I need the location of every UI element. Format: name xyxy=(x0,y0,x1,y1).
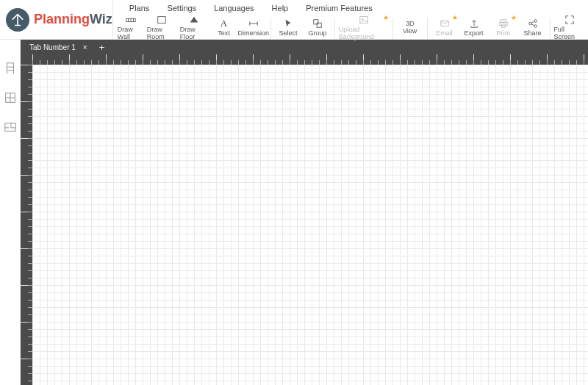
svg-point-13 xyxy=(534,24,537,27)
menu-premium[interactable]: Premium Features xyxy=(298,1,379,15)
toolbar-label: Draw Floor xyxy=(180,26,208,40)
toolbar-label: Group xyxy=(308,29,326,37)
svg-point-12 xyxy=(534,19,537,22)
upload-background-button[interactable]: ★ Upload Background xyxy=(337,15,390,39)
room-icon xyxy=(157,15,167,25)
menu-plans[interactable]: Plans xyxy=(122,1,157,15)
toolbar-separator xyxy=(270,18,271,39)
svg-rect-8 xyxy=(501,19,506,22)
toolbar-label: Print xyxy=(496,29,510,37)
premium-star-icon: ★ xyxy=(383,14,389,21)
svg-rect-4 xyxy=(317,23,321,27)
fullscreen-icon xyxy=(564,15,575,25)
header-right: Plans Settings Languages Help Premium Fe… xyxy=(113,0,588,39)
toolbar-label: Full Screen xyxy=(553,26,586,40)
svg-rect-1 xyxy=(158,16,166,23)
menu-settings[interactable]: Settings xyxy=(159,1,204,15)
ruler-row xyxy=(21,54,588,65)
export-button[interactable]: Export xyxy=(459,15,489,39)
toolbar-label: View xyxy=(403,27,417,35)
rooms-tool-button[interactable] xyxy=(2,119,18,135)
draw-floor-button[interactable]: Draw Floor xyxy=(179,15,209,39)
canvas-area: Tab Number 1 × + xyxy=(21,40,588,385)
logo-word-1: Planning xyxy=(34,12,90,26)
logo-icon xyxy=(6,8,29,32)
window-icon xyxy=(4,91,17,104)
email-icon xyxy=(440,18,450,29)
svg-rect-16 xyxy=(4,123,15,132)
toolbar-label: Draw Room xyxy=(147,26,177,40)
header: PlanningWiz Plans Settings Languages Hel… xyxy=(0,0,588,40)
toolbar-label: Draw Wall xyxy=(118,26,144,40)
chair-icon xyxy=(4,62,17,75)
menu-languages[interactable]: Languages xyxy=(207,1,261,15)
toolbar-label: Share xyxy=(524,29,542,37)
draw-room-button[interactable]: Draw Room xyxy=(146,15,179,39)
toolbar-label: Select xyxy=(279,29,297,37)
tab-label: Tab Number 1 xyxy=(29,43,76,51)
text-icon: A xyxy=(219,18,229,29)
toolbar-label: Email xyxy=(436,29,453,37)
text-button[interactable]: A Text xyxy=(209,15,239,39)
pointer-icon xyxy=(283,18,293,29)
3d-view-button[interactable]: 3D View xyxy=(395,15,425,39)
svg-rect-14 xyxy=(7,63,13,67)
share-icon xyxy=(528,18,538,29)
group-icon xyxy=(312,18,323,29)
floorplan-icon xyxy=(4,120,17,134)
print-icon xyxy=(498,18,509,29)
draw-wall-button[interactable]: Draw Wall xyxy=(116,15,146,39)
logo-word-2: Wiz xyxy=(90,12,112,26)
group-button[interactable]: Group xyxy=(303,15,332,39)
menu-bar: Plans Settings Languages Help Premium Fe… xyxy=(113,0,588,15)
svg-marker-2 xyxy=(190,16,198,22)
canvas-row xyxy=(21,65,588,385)
toolbar-label: Text xyxy=(218,29,230,37)
toolbar-label-top: 3D xyxy=(406,20,415,27)
dimension-button[interactable]: Dimension xyxy=(239,15,269,39)
ruler-vertical[interactable] xyxy=(21,65,32,385)
toolbar-label: Dimension xyxy=(238,29,270,37)
fullscreen-button[interactable]: Full Screen xyxy=(552,15,587,39)
image-icon xyxy=(359,15,369,25)
premium-star-icon: ★ xyxy=(452,14,458,21)
add-tab-button[interactable]: + xyxy=(95,42,110,53)
toolbar: Draw Wall Draw Room Draw Floor A Text Di… xyxy=(113,15,588,39)
share-button[interactable]: Share xyxy=(518,15,548,39)
email-button[interactable]: ★ Email xyxy=(430,15,459,39)
premium-star-icon: ★ xyxy=(511,14,517,21)
menu-help[interactable]: Help xyxy=(265,1,296,15)
toolbar-separator xyxy=(550,18,551,39)
dimension-icon xyxy=(248,18,259,29)
wall-icon xyxy=(126,15,136,25)
left-toolbar xyxy=(0,40,21,385)
floor-icon xyxy=(189,15,199,25)
body: Tab Number 1 × + xyxy=(0,40,588,385)
toolbar-separator xyxy=(392,18,393,39)
select-button[interactable]: Select xyxy=(273,15,303,39)
toolbar-label: Export xyxy=(465,29,484,37)
tab[interactable]: Tab Number 1 × xyxy=(21,40,95,54)
tab-close-icon[interactable]: × xyxy=(83,43,87,51)
ruler-horizontal[interactable] xyxy=(32,54,588,65)
openings-tool-button[interactable] xyxy=(2,90,18,106)
toolbar-separator xyxy=(334,18,335,39)
svg-rect-3 xyxy=(314,19,318,24)
ruler-corner xyxy=(21,54,32,65)
tab-strip: Tab Number 1 × + xyxy=(21,40,588,54)
export-icon xyxy=(469,18,479,29)
print-button[interactable]: ★ Print xyxy=(489,15,518,39)
logo-text: PlanningWiz xyxy=(34,12,112,27)
svg-point-11 xyxy=(528,22,531,25)
logo-area: PlanningWiz xyxy=(0,0,113,39)
furniture-tool-button[interactable] xyxy=(2,60,18,76)
app-root: PlanningWiz Plans Settings Languages Hel… xyxy=(0,0,588,385)
toolbar-label: Upload Background xyxy=(339,26,389,40)
drawing-canvas[interactable] xyxy=(32,65,588,385)
toolbar-separator xyxy=(427,18,428,39)
